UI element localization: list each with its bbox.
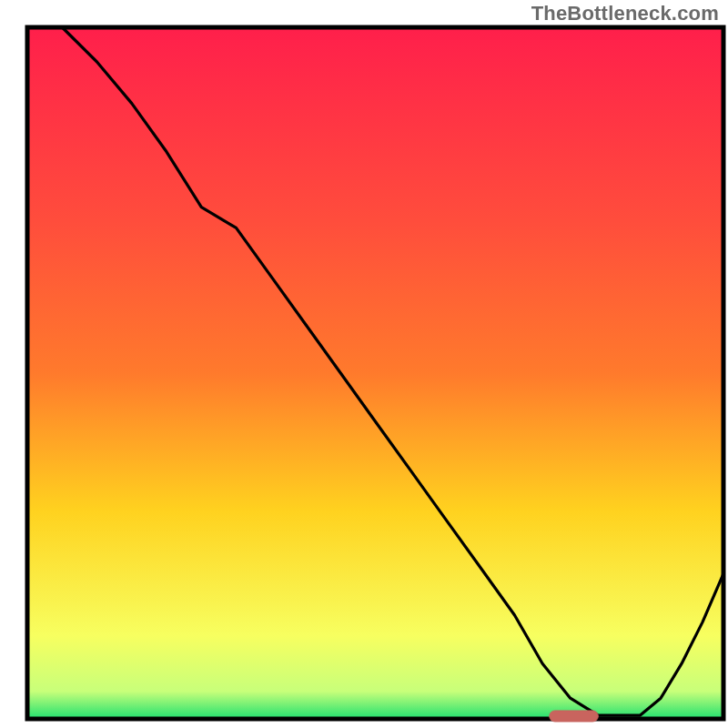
gradient-background: [27, 27, 723, 719]
bottleneck-chart: [0, 0, 728, 728]
optimal-range-marker: [550, 711, 599, 722]
chart-container: TheBottleneck.com: [0, 0, 728, 728]
